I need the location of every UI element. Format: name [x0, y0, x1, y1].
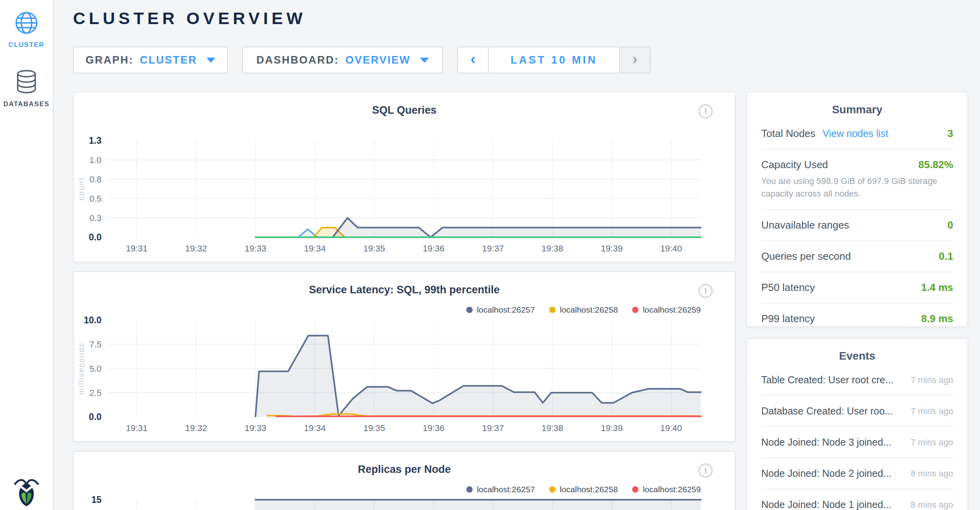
events-panel: Events Table Created: User root cre...7 … [746, 338, 968, 510]
legend-dot [632, 307, 638, 313]
summary-row-top: Capacity Used85.82% [761, 159, 953, 171]
event-text: Database Created: User roo... [761, 405, 893, 417]
legend-dot [466, 307, 473, 313]
svg-text:19:38: 19:38 [541, 244, 563, 253]
summary-value: 85.82% [918, 159, 953, 171]
sidebar-item-cluster[interactable]: CLUSTER [0, 10, 53, 49]
summary-label-group: Total NodesView nodes list [761, 128, 888, 140]
svg-text:19:35: 19:35 [363, 244, 385, 253]
info-icon[interactable] [698, 463, 713, 478]
time-prev-button[interactable]: ‹ [458, 47, 488, 73]
summary-label: P99 latency [761, 313, 815, 325]
event-row: Table Created: User root cre...7 mins ag… [761, 365, 953, 396]
svg-text:2.5: 2.5 [89, 388, 101, 398]
event-text: Node Joined: Node 1 joined... [761, 499, 891, 510]
view-nodes-link[interactable]: View nodes list [822, 128, 888, 139]
legend-dot [549, 486, 556, 493]
sidebar: CLUSTER DATABASES [0, 0, 54, 510]
summary-row-top: P50 latency1.4 ms [761, 281, 953, 294]
service-latency-plot[interactable]: 19:3119:3219:3319:3419:3519:3619:3719:38… [74, 313, 736, 436]
svg-text:10.0: 10.0 [84, 315, 101, 325]
time-range-value[interactable]: LAST 10 MIN [488, 47, 620, 73]
database-icon [15, 69, 38, 96]
chevron-right-icon: › [632, 51, 637, 67]
time-next-button[interactable]: › [620, 47, 650, 73]
svg-text:5.0: 5.0 [89, 364, 101, 374]
summary-row-top: P99 latency8.9 ms [761, 313, 953, 325]
summary-value: 3 [948, 128, 953, 140]
summary-label-group: P50 latency [761, 281, 815, 294]
sidebar-item-label: CLUSTER [9, 41, 45, 49]
svg-text:0.8: 0.8 [89, 174, 101, 184]
svg-text:19:40: 19:40 [660, 244, 682, 253]
chart-title: SQL Queries [74, 104, 735, 116]
replicas-per-node-plot[interactable]: 19:3119:3219:3319:3419:3519:3619:3719:38… [74, 493, 736, 510]
summary-row-top: Queries per second0.1 [761, 250, 953, 262]
dashboard-dropdown[interactable]: DASHBOARD: OVERVIEW [242, 47, 443, 73]
summary-row: Queries per second0.1 [761, 240, 953, 272]
summary-value: 0 [948, 219, 953, 231]
summary-row: Total NodesView nodes list3 [761, 118, 953, 149]
svg-text:19:37: 19:37 [482, 423, 504, 433]
svg-text:0.5: 0.5 [89, 194, 101, 204]
summary-value: 8.9 ms [921, 313, 953, 325]
sql-queries-chart-card: SQL Queries 19:3119:3219:3319:3419:3519:… [73, 92, 736, 262]
summary-row: P99 latency8.9 ms [761, 303, 953, 334]
svg-text:19:37: 19:37 [482, 244, 504, 253]
graph-dropdown[interactable]: GRAPH: CLUSTER [73, 47, 228, 73]
event-time: 8 mins ago [911, 500, 953, 510]
globe-icon [14, 10, 39, 37]
svg-text:19:36: 19:36 [423, 244, 445, 253]
svg-text:0.3: 0.3 [89, 213, 101, 223]
event-text: Node Joined: Node 3 joined... [761, 437, 891, 448]
svg-text:19:38: 19:38 [541, 423, 563, 433]
summary-label: P50 latency [761, 281, 815, 294]
legend-dot [632, 486, 638, 493]
svg-text:19:31: 19:31 [126, 423, 148, 433]
summary-row-top: Total NodesView nodes list3 [761, 128, 953, 140]
summary-label-group: Capacity Used [761, 159, 828, 171]
event-time: 7 mins ago [911, 437, 953, 448]
summary-panel: Summary Total NodesView nodes list3Capac… [746, 92, 968, 327]
summary-value: 1.4 ms [921, 281, 953, 294]
time-range-selector: ‹ LAST 10 MIN › [457, 47, 651, 73]
summary-description: You are using 598.9 GiB of 697.9 GiB sto… [761, 175, 953, 200]
replicas-per-node-chart-card: Replicas per Node localhost:26257localho… [73, 451, 736, 510]
svg-text:15: 15 [91, 495, 101, 505]
svg-text:count: count [77, 177, 86, 201]
svg-text:19:33: 19:33 [244, 423, 266, 433]
svg-text:19:31: 19:31 [126, 244, 148, 253]
event-row: Node Joined: Node 2 joined...8 mins ago [761, 458, 953, 489]
svg-text:19:39: 19:39 [601, 244, 623, 253]
summary-row-top: Unavailable ranges0 [761, 219, 953, 231]
info-icon[interactable] [698, 104, 713, 118]
svg-text:0.0: 0.0 [89, 412, 101, 422]
chevron-down-icon [420, 58, 429, 63]
info-icon[interactable] [698, 284, 713, 298]
legend-dot [549, 307, 556, 313]
graph-dropdown-label: GRAPH: [86, 54, 134, 66]
svg-text:1.0: 1.0 [89, 155, 101, 165]
cluster-overview-page: CLUSTER DATABASES [0, 0, 980, 510]
chart-title: Replicas per Node [74, 463, 735, 476]
chevron-down-icon [207, 58, 215, 63]
cockroachdb-logo[interactable] [13, 475, 39, 508]
dashboard-dropdown-label: DASHBOARD: [256, 54, 339, 66]
sql-queries-plot[interactable]: 19:3119:3219:3319:3419:3519:3619:3719:38… [74, 134, 736, 256]
sidebar-item-label: DATABASES [4, 100, 50, 108]
sidebar-item-databases[interactable]: DATABASES [0, 69, 53, 108]
chart-title: Service Latency: SQL, 99th percentile [74, 284, 735, 296]
svg-text:1.3: 1.3 [89, 135, 101, 146]
svg-text:19:35: 19:35 [363, 423, 385, 433]
svg-text:19:32: 19:32 [185, 423, 207, 433]
controls-bar: GRAPH: CLUSTER DASHBOARD: OVERVIEW ‹ LAS… [73, 47, 651, 73]
summary-rows: Total NodesView nodes list3Capacity Used… [761, 118, 953, 334]
summary-label-group: P99 latency [761, 313, 815, 325]
event-time: 7 mins ago [911, 406, 953, 416]
svg-text:19:33: 19:33 [244, 244, 266, 253]
events-title: Events [761, 350, 953, 362]
chevron-left-icon: ‹ [470, 51, 475, 67]
svg-text:19:34: 19:34 [304, 423, 326, 433]
svg-text:0.0: 0.0 [89, 232, 101, 242]
event-row: Database Created: User roo...7 mins ago [761, 396, 953, 427]
